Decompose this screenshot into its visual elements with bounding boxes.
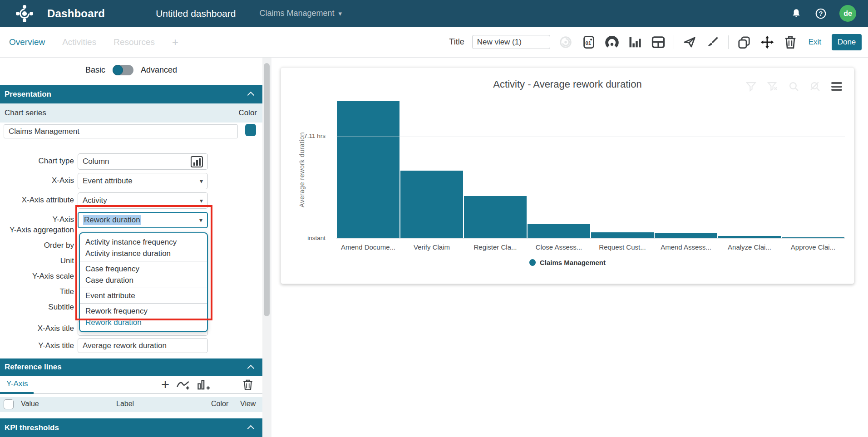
bar-request-cust-[interactable]	[591, 232, 654, 238]
chevron-down-icon: ▾	[199, 216, 202, 224]
form-label-subtitle: Subtitle	[48, 302, 74, 313]
collapse-chevron-icon[interactable]	[247, 364, 255, 372]
presentation-title: Presentation	[5, 90, 51, 99]
chevron-down-icon: ▾	[200, 177, 203, 185]
send-to-log-button[interactable]	[682, 34, 697, 50]
yaxis-title-input[interactable]	[78, 338, 208, 353]
reference-yaxis-tab[interactable]: Y-Axis	[6, 379, 28, 388]
apromore-logo-icon[interactable]	[15, 5, 34, 23]
svg-text:?: ?	[819, 10, 823, 17]
dropdown-option-rework-frequency[interactable]: Rework frequency	[80, 305, 207, 317]
add-reference-line-icon[interactable]: +	[161, 378, 169, 391]
chart-xaxis-labels: Amend Docume...Verify ClaimRegister Cla.…	[336, 243, 845, 251]
timer-widget-button[interactable]	[558, 34, 573, 50]
tab-resources[interactable]: Resources	[113, 37, 155, 47]
log-selector-label: Claims Management	[259, 9, 334, 18]
kpi-thresholds-section-header[interactable]: KPI thresholds	[0, 418, 262, 437]
chart-type-field[interactable]: Column	[78, 153, 208, 170]
dashboard-name: Untitled dashboard	[156, 8, 236, 19]
toolbar-separator	[728, 35, 729, 49]
yaxis-label: Y-Axis	[52, 215, 74, 224]
xaxis-attribute-value: Activity	[83, 196, 107, 205]
form-label-unit: Unit	[60, 255, 74, 266]
select-all-checkbox[interactable]	[4, 399, 14, 409]
clear-filter-icon[interactable]	[767, 81, 778, 92]
xaxis-attribute-select[interactable]: Activity ▾	[78, 192, 208, 209]
chevron-down-icon: ▾	[200, 197, 203, 204]
dropdown-option-rework-duration[interactable]: Rework duration	[80, 317, 207, 328]
user-avatar[interactable]: de	[839, 5, 856, 22]
legend-series-dot	[529, 259, 536, 266]
chart-widget-button[interactable]	[627, 34, 643, 50]
chart-type-value: Column	[83, 157, 109, 166]
number-widget-button[interactable]: 01	[581, 34, 597, 50]
collapse-chevron-icon[interactable]	[247, 92, 255, 99]
done-button[interactable]: Done	[832, 34, 862, 50]
tab-activities[interactable]: Activities	[62, 37, 96, 47]
bar-amend-docume-[interactable]	[337, 101, 399, 238]
basic-advanced-toggle[interactable]	[113, 65, 133, 75]
zoom-icon[interactable]	[789, 81, 799, 92]
dropdown-option-event-attribute[interactable]: Event attribute	[80, 290, 207, 301]
yaxis-title-label: Y-Axis title	[38, 341, 74, 350]
form-label-title: Title	[60, 286, 74, 297]
filter-icon[interactable]	[746, 81, 756, 92]
reference-lines-section-header[interactable]: Reference lines	[0, 358, 262, 376]
series-color-swatch[interactable]	[245, 124, 256, 136]
settings-panel: Basic Advanced Presentation Chart series…	[0, 58, 262, 437]
add-column-reference-icon[interactable]	[197, 378, 210, 391]
dropdown-divider	[80, 288, 207, 288]
reference-column-value: Value	[21, 400, 39, 408]
bar-verify-claim[interactable]	[400, 171, 463, 238]
toggle-knob	[113, 65, 123, 75]
help-icon[interactable]: ?	[815, 8, 827, 20]
log-selector-dropdown[interactable]: Claims Management ▾	[259, 9, 342, 18]
move-widget-button[interactable]	[760, 34, 775, 50]
bar-slot	[400, 101, 464, 238]
table-widget-button[interactable]	[651, 34, 666, 50]
mode-toggle-row: Basic Advanced	[0, 65, 262, 75]
style-brush-button[interactable]	[705, 34, 720, 50]
panel-scrollbar-track[interactable]	[262, 58, 271, 437]
delete-reference-line-icon[interactable]	[242, 379, 253, 391]
chart-legend[interactable]: Claims Management	[281, 259, 854, 266]
exit-button[interactable]: Exit	[809, 38, 821, 47]
delete-widget-button[interactable]	[783, 34, 798, 50]
bar-register-cla-[interactable]	[464, 196, 527, 238]
xaxis-label: Analyze Clai...	[718, 243, 781, 251]
chart-series-row: Chart series Color	[0, 103, 262, 123]
yaxis-select[interactable]: Rework duration ▾	[78, 212, 208, 228]
chart-menu-icon[interactable]	[831, 82, 842, 91]
add-curve-reference-icon[interactable]	[176, 378, 190, 391]
dropdown-option-activity-instance-frequency[interactable]: Activity instance frequency	[80, 236, 207, 248]
bar-approve-clai-[interactable]	[782, 237, 844, 238]
tab-overview[interactable]: Overview	[9, 37, 45, 47]
xaxis-select[interactable]: Event attribute ▾	[78, 173, 208, 189]
presentation-section-header[interactable]: Presentation	[0, 85, 262, 103]
form-label-y-axis-aggregation: Y-Axis aggregation	[10, 225, 74, 236]
bar-analyze-clai-[interactable]	[718, 236, 781, 238]
view-title-input[interactable]	[472, 35, 550, 49]
reference-lines-title: Reference lines	[5, 363, 62, 372]
add-tab-button[interactable]: +	[172, 36, 178, 49]
bar-slot	[336, 101, 400, 238]
chart-widget-card[interactable]: Activity - Average rework duration Avera…	[281, 67, 854, 284]
notifications-bell-icon[interactable]	[790, 8, 802, 20]
dropdown-option-case-frequency[interactable]: Case frequency	[80, 263, 207, 275]
mode-basic-label: Basic	[85, 65, 105, 75]
dropdown-option-activity-instance-duration[interactable]: Activity instance duration	[80, 248, 207, 259]
copy-widget-button[interactable]	[736, 34, 752, 50]
yaxis-tick-label: 7.11 hrs	[281, 133, 326, 139]
dropdown-option-case-duration[interactable]: Case duration	[80, 275, 207, 286]
gauge-widget-button[interactable]	[604, 34, 620, 50]
bar-amend-assess-[interactable]	[655, 233, 717, 238]
bar-close-assess-[interactable]	[528, 224, 590, 238]
panel-scrollbar-thumb[interactable]	[264, 63, 270, 316]
collapse-chevron-icon[interactable]	[247, 425, 255, 432]
reset-zoom-icon[interactable]	[810, 81, 820, 92]
active-tab-underline	[0, 392, 34, 394]
reference-column-label: Label	[116, 400, 134, 408]
xaxis-label: Approve Clai...	[781, 243, 845, 251]
series-name-input[interactable]	[4, 124, 238, 138]
view-tabs: OverviewActivitiesResources+	[0, 36, 178, 49]
